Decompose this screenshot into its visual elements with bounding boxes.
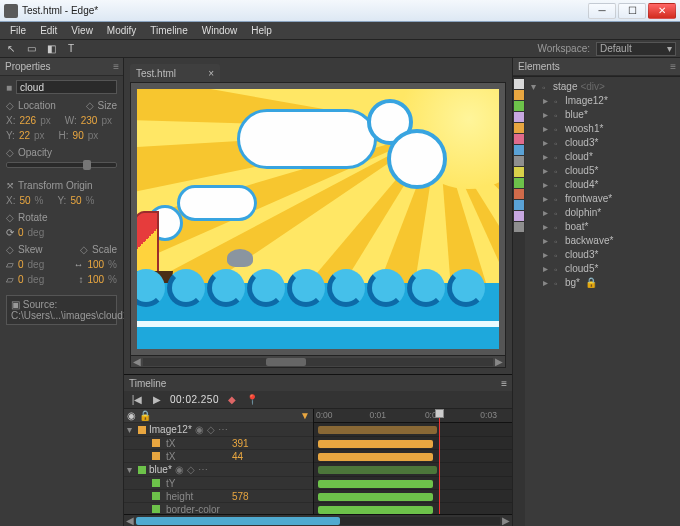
skew-x-value[interactable]: 0 [18, 259, 24, 270]
element-stage-row[interactable]: ▾ ◦ stage <div> [525, 79, 680, 93]
twisty-icon[interactable]: ▸ [543, 137, 551, 148]
diamond-icon[interactable]: ◇ [6, 212, 14, 223]
panel-menu-icon[interactable]: ≡ [501, 378, 507, 389]
filter-icon[interactable]: ▼ [300, 410, 310, 421]
element-row[interactable]: ▸◦bg* 🔒 [525, 275, 680, 289]
color-swatch[interactable] [514, 90, 524, 100]
animation-bar[interactable] [318, 493, 433, 501]
rotate-value[interactable]: 0 [18, 227, 24, 238]
stage-tab[interactable]: Test.html × [130, 64, 220, 82]
menu-edit[interactable]: Edit [34, 23, 63, 38]
elements-panel-header[interactable]: Elements ≡ [513, 58, 680, 76]
timeline-hscroll[interactable]: ◀ ▶ [124, 514, 512, 526]
lock-icon[interactable]: 🔒 [139, 410, 151, 421]
timeline-prop-row[interactable]: height578 [124, 490, 313, 503]
scroll-left-icon[interactable]: ◀ [131, 356, 143, 367]
element-id-input[interactable]: cloud [16, 80, 117, 94]
diamond-icon[interactable]: ◇ [86, 100, 94, 111]
twisty-icon[interactable]: ▸ [543, 109, 551, 120]
twisty-icon[interactable]: ▸ [543, 263, 551, 274]
twisty-icon[interactable]: ▸ [543, 151, 551, 162]
twisty-icon[interactable]: ▸ [543, 235, 551, 246]
panel-menu-icon[interactable]: ≡ [670, 61, 675, 72]
playhead-time[interactable]: 00:02.250 [170, 394, 219, 405]
close-tab-icon[interactable]: × [208, 68, 214, 79]
tx-value[interactable]: 50 [19, 195, 30, 206]
animation-bar[interactable] [318, 453, 433, 461]
color-swatch[interactable] [514, 200, 524, 210]
timeline-prop-track[interactable] [314, 450, 512, 463]
prop-value[interactable]: 44 [232, 451, 243, 462]
play-button[interactable]: ▶ [150, 393, 164, 407]
element-row[interactable]: ▸◦backwave* [525, 233, 680, 247]
twisty-icon[interactable]: ▸ [543, 95, 551, 106]
timeline-prop-track[interactable] [314, 490, 512, 503]
color-swatch[interactable] [514, 156, 524, 166]
element-row[interactable]: ▸◦Image12* [525, 93, 680, 107]
eye-icon[interactable]: ◦ [554, 96, 562, 104]
playhead[interactable] [439, 409, 440, 514]
element-row[interactable]: ▸◦dolphin* [525, 205, 680, 219]
eye-icon[interactable]: ◦ [542, 82, 550, 90]
scale-x-value[interactable]: 100 [87, 259, 104, 270]
layer-color-swatch[interactable] [138, 426, 146, 434]
eye-icon[interactable]: ◉ [195, 424, 204, 435]
scroll-left-icon[interactable]: ◀ [124, 515, 136, 526]
color-swatch[interactable] [514, 211, 524, 221]
prop-value[interactable]: 578 [232, 491, 249, 502]
timeline-prop-track[interactable] [314, 477, 512, 490]
element-row[interactable]: ▸◦blue* [525, 107, 680, 121]
eye-icon[interactable]: ◦ [554, 110, 562, 118]
stage-canvas[interactable] [137, 89, 499, 349]
eye-icon[interactable]: ◦ [554, 208, 562, 216]
eye-icon[interactable]: ◦ [554, 138, 562, 146]
twisty-icon[interactable]: ▾ [127, 464, 135, 475]
rewind-button[interactable]: |◀ [130, 393, 144, 407]
color-swatch[interactable] [514, 189, 524, 199]
pin-tool-icon[interactable]: 📍 [245, 393, 259, 407]
timeline-ruler[interactable]: 0:00 0:01 0:02 0:03 [314, 409, 512, 423]
twisty-icon[interactable]: ▾ [127, 424, 135, 435]
element-row[interactable]: ▸◦woosh1* [525, 121, 680, 135]
twisty-icon[interactable]: ▸ [543, 207, 551, 218]
w-value[interactable]: 230 [81, 115, 98, 126]
eye-icon[interactable]: ◦ [554, 250, 562, 258]
lock-icon[interactable]: ◇ [207, 424, 215, 435]
rectangle-tool-icon[interactable]: ▭ [24, 42, 38, 56]
opacity-slider[interactable] [6, 162, 117, 168]
twisty-icon[interactable]: ▸ [543, 249, 551, 260]
ty-value[interactable]: 50 [70, 195, 81, 206]
element-row[interactable]: ▸◦frontwave* [525, 191, 680, 205]
more-icon[interactable]: ⋯ [218, 424, 228, 435]
eye-icon[interactable]: ◦ [554, 236, 562, 244]
color-swatch[interactable] [514, 134, 524, 144]
timeline-track[interactable] [314, 423, 512, 437]
color-swatch[interactable] [514, 222, 524, 232]
prop-value[interactable]: 391 [232, 438, 249, 449]
menu-help[interactable]: Help [245, 23, 278, 38]
diamond-icon[interactable]: ◇ [6, 100, 14, 111]
menu-view[interactable]: View [65, 23, 99, 38]
menu-window[interactable]: Window [196, 23, 244, 38]
h-value[interactable]: 90 [73, 130, 84, 141]
text-tool-icon[interactable]: T [64, 42, 78, 56]
twisty-icon[interactable]: ▸ [543, 165, 551, 176]
menu-modify[interactable]: Modify [101, 23, 142, 38]
twisty-icon[interactable]: ▸ [543, 179, 551, 190]
eye-icon[interactable]: ◦ [554, 194, 562, 202]
element-row[interactable]: ▸◦cloud5* [525, 163, 680, 177]
scale-y-value[interactable]: 100 [87, 274, 104, 285]
lock-icon[interactable]: ◇ [187, 464, 195, 475]
stage-hscroll[interactable]: ◀ ▶ [130, 356, 506, 368]
eye-icon[interactable]: ◦ [554, 278, 562, 286]
timeline-layer-row[interactable]: ▾blue* ◉◇⋯ [124, 463, 313, 477]
twisty-icon[interactable]: ▸ [543, 123, 551, 134]
menu-timeline[interactable]: Timeline [144, 23, 193, 38]
element-row[interactable]: ▸◦boat* [525, 219, 680, 233]
element-row[interactable]: ▸◦cloud4* [525, 177, 680, 191]
timeline-prop-row[interactable]: tX44 [124, 450, 313, 463]
element-row[interactable]: ▸◦cloud3* [525, 247, 680, 261]
menu-file[interactable]: File [4, 23, 32, 38]
more-icon[interactable]: ⋯ [198, 464, 208, 475]
stage-area[interactable] [130, 82, 506, 356]
